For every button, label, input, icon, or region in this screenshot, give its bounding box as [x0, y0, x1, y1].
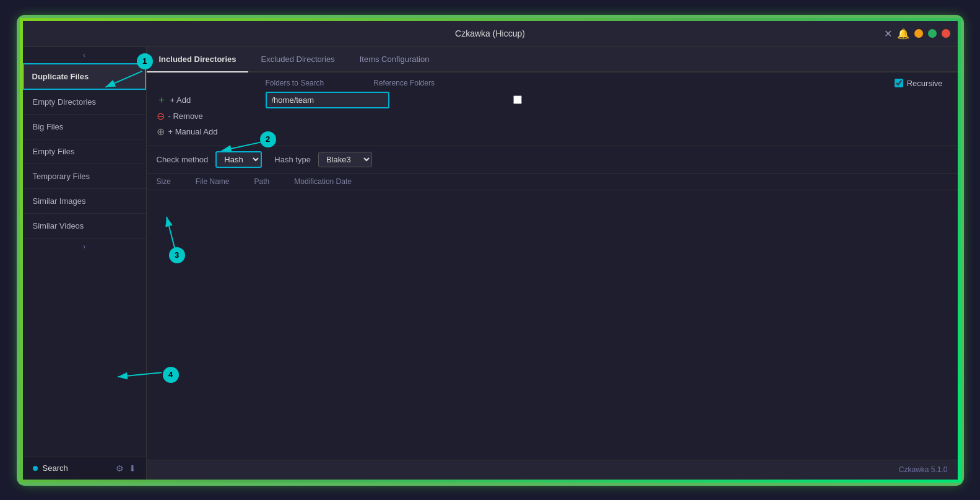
remove-button[interactable]: ⊖ - Remove [157, 108, 203, 124]
table-header: Size File Name Path Modification Date [147, 173, 958, 190]
tab-included-label: Included Directories [159, 55, 236, 64]
sidebar: ‹ Duplicate Files Empty Directories Big … [23, 47, 147, 480]
manual-add-button[interactable]: ⊕ + Manual Add [157, 124, 218, 139]
sidebar-label-empty-files: Empty Files [33, 147, 75, 156]
folder-entries [256, 92, 948, 108]
export-icon[interactable]: ⬇ [129, 463, 136, 473]
recursive-section: Recursive [895, 79, 948, 88]
right-panel: Included Directories Excluded Directorie… [147, 47, 958, 480]
recursive-checkbox[interactable] [895, 79, 903, 87]
add-label: + Add [170, 95, 191, 105]
search-dot-icon [33, 466, 38, 471]
version-label: Czkawka 5.1.0 [899, 465, 948, 474]
search-bar: Search ⚙ ⬇ [23, 457, 146, 480]
tab-included-directories[interactable]: Included Directories [147, 47, 249, 72]
sidebar-label-similar-videos: Similar Videos [33, 221, 84, 230]
close-button[interactable] [942, 29, 950, 38]
check-method-select[interactable]: Hash Name [215, 151, 262, 168]
reference-folder-checkbox[interactable] [513, 95, 522, 104]
manual-add-label: + Manual Add [168, 127, 218, 136]
recursive-label: Recursive [907, 79, 943, 88]
app-title: Czkawka (Hiccup) [455, 29, 525, 38]
hash-type-select[interactable]: Blake3 MD5 SHA256 [318, 152, 372, 167]
sidebar-item-similar-images[interactable]: Similar Images [23, 189, 146, 214]
sidebar-label-similar-images: Similar Images [33, 196, 86, 206]
sidebar-item-empty-directories[interactable]: Empty Directories [23, 90, 146, 115]
content-body [147, 190, 958, 460]
sidebar-bottom-icons: ⚙ ⬇ [116, 463, 136, 473]
remove-icon: ⊖ [157, 110, 165, 122]
tabs: Included Directories Excluded Directorie… [147, 47, 958, 72]
col-filename: File Name [196, 177, 230, 186]
window-controls: ✕ 🔔 [884, 28, 950, 40]
tab-items-label: Items Configuration [360, 55, 430, 64]
collapse-right-button[interactable]: › [23, 239, 146, 255]
reference-folder-entry [513, 95, 522, 104]
sidebar-item-empty-files[interactable]: Empty Files [23, 139, 146, 164]
search-label: Search [43, 463, 68, 473]
sidebar-label-temporary-files: Temporary Files [33, 172, 90, 181]
tab-excluded-directories[interactable]: Excluded Directories [248, 47, 347, 72]
sidebar-item-temporary-files[interactable]: Temporary Files [23, 164, 146, 189]
tab-excluded-label: Excluded Directories [261, 55, 334, 64]
manual-add-icon: ⊕ [157, 126, 165, 138]
collapse-left-button[interactable]: ‹ [23, 47, 146, 63]
sidebar-label-empty-directories: Empty Directories [33, 97, 97, 107]
folder-path-input[interactable] [266, 92, 389, 108]
add-icon: ＋ [157, 94, 167, 107]
sidebar-item-big-files[interactable]: Big Files [23, 115, 146, 139]
hash-type-label: Hash type [274, 155, 311, 164]
check-method-bar: Check method Hash Name Hash type Blake3 … [147, 146, 958, 173]
add-button[interactable]: ＋ + Add [157, 92, 191, 108]
close-x-icon[interactable]: ✕ [884, 28, 892, 40]
folders-to-search-header: Folders to Search [266, 79, 324, 87]
minimize-button[interactable] [914, 29, 923, 38]
col-size: Size [157, 177, 171, 186]
folder-area: Folders to Search Reference Folders Recu… [147, 72, 958, 146]
title-bar: Czkawka (Hiccup) ✕ 🔔 [23, 21, 958, 47]
remove-label: - Remove [168, 112, 203, 121]
folder-action-buttons: ＋ + Add ⊖ - Remove ⊕ + Manual Add [157, 92, 256, 139]
tab-items-configuration[interactable]: Items Configuration [347, 47, 442, 72]
sidebar-label-big-files: Big Files [33, 122, 64, 131]
col-path: Path [254, 177, 270, 186]
maximize-button[interactable] [928, 29, 937, 38]
filter-icon[interactable]: ⚙ [116, 463, 124, 473]
check-method-label: Check method [157, 155, 209, 164]
sidebar-label-duplicate-files: Duplicate Files [32, 72, 89, 81]
reference-folders-header: Reference Folders [373, 79, 435, 87]
status-bar: Czkawka 5.1.0 [147, 460, 958, 480]
bell-icon[interactable]: 🔔 [897, 28, 909, 40]
sidebar-item-similar-videos[interactable]: Similar Videos [23, 214, 146, 239]
sidebar-item-duplicate-files[interactable]: Duplicate Files [23, 63, 146, 90]
col-modification-date: Modification Date [294, 177, 352, 186]
main-content: ‹ Duplicate Files Empty Directories Big … [23, 47, 958, 480]
